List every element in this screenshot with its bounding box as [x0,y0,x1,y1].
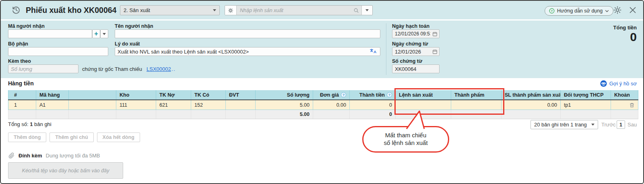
delete-row-icon[interactable] [629,102,635,108]
cell-warehouse[interactable]: 111 [116,100,156,110]
pagination-next[interactable]: Sau [627,122,637,128]
col-header-finished-product[interactable]: Thành phẩm [451,90,502,100]
attachment-size-hint: Dung lượng tối đa 5MB [46,153,100,159]
translate-icon[interactable]: A [369,48,377,56]
document-number-label: Số chứng từ [392,58,422,64]
department-input[interactable] [8,47,108,56]
col-header-amount-label: Thành tiền [359,92,385,98]
receiver-code-input[interactable] [8,29,92,38]
department-label: Bộ phận [8,41,28,47]
col-header-quantity[interactable]: Số lượng [256,90,313,100]
record-count-text: Tổng số: 1 bản ghi [8,121,52,127]
record-count-value: 1 [30,121,33,127]
attached-docs-quantity-input[interactable] [8,64,78,73]
col-header-cost-object[interactable]: Đối tượng THCP [561,90,611,100]
cell-debit-account[interactable]: 621 [156,100,191,110]
col-header-expense-item[interactable]: Khoản [611,90,638,100]
question-icon[interactable] [341,92,346,97]
page-size-value: 20 bản ghi trên 1 trang [534,122,587,128]
page-title: Phiếu xuất kho XK00064 [26,1,116,19]
add-receiver-button[interactable] [92,29,100,38]
col-header-unit-price-label: Đơn giá [320,92,339,98]
file-dropzone[interactable]: Kéo/thả tệp vào đây hoặc bấm vào đây [8,162,123,179]
voucher-type-select[interactable]: 2. Sản xuất [120,5,220,15]
annotation-callout: Mất tham chiếu số lệnh sản xuất [362,126,449,153]
document-date-field [392,47,440,56]
document-suggestion-link[interactable]: Gợi ý hồ sơ [600,80,637,87]
chevron-down-icon [213,9,216,11]
col-header-amount[interactable]: Thành tiền [350,90,396,100]
cell-unit-price[interactable]: 0.00 [313,100,350,110]
cell-blank[interactable] [69,100,116,110]
annotation-callout-line2: số lệnh sản xuất [384,139,427,147]
form-divider [386,23,386,75]
col-header-finished-qty[interactable]: SL thành phẩm sản xuất [502,90,561,100]
cell-expense-item [611,100,638,110]
clear-rows-button[interactable]: Xóa hết dòng [97,132,140,142]
add-note-button[interactable]: Thêm ghi chú [50,132,93,142]
chevron-down-icon [103,33,106,35]
cell-item-code[interactable]: A1 [36,100,69,110]
cell-credit-account[interactable]: 152 [191,100,226,110]
search-settings-button[interactable] [225,6,237,15]
search-dropdown-button[interactable] [362,6,372,15]
history-icon[interactable] [11,5,21,15]
cell-production-order[interactable] [396,100,451,110]
user-guide-button[interactable]: ? Hướng dẫn sử dụng [545,6,613,16]
search-icon[interactable] [351,6,362,15]
export-slip-window: Phiếu xuất kho XK00064 2. Sản xuất ? Hướ… [0,0,644,184]
grid-actions: Thêm dòng Thêm ghi chú Xóa hết dòng [8,132,140,142]
production-order-search-input[interactable] [237,6,351,15]
question-icon[interactable] [387,92,392,97]
receiver-name-input[interactable] [115,29,380,38]
items-table: # Mã hàng Kho TK Nợ TK Có ĐVT Số lượng Đ… [8,90,638,119]
voucher-type-value: 2. Sản xuất [124,7,150,13]
col-header-unit-price[interactable]: Đơn giá [313,90,350,100]
col-header-debit-account[interactable]: TK Nợ [156,90,191,100]
table-footer-row: 5.00 0 [8,110,638,119]
reference-link[interactable]: LSX00002 [147,66,171,72]
grid-section-title: Hàng tiền [8,80,34,87]
pagination-current-page[interactable]: 1 [617,120,625,129]
document-number-input[interactable] [392,64,440,73]
attachment-label: Đính kèm [19,153,42,159]
original-docs-text: chứng từ gốc [82,66,113,72]
col-header-production-order[interactable]: Lệnh sản xuất [396,90,451,100]
chevron-down-icon [365,9,369,11]
col-header-index[interactable]: # [8,90,36,100]
production-order-search-group [225,5,373,15]
cell-cost-object[interactable]: tp1 [561,100,611,110]
add-row-button[interactable]: Thêm dòng [8,132,46,142]
col-header-item-code[interactable]: Mã hàng [36,90,69,100]
cell-amount[interactable]: 0 [350,100,396,110]
document-suggestion-label: Gợi ý hồ sơ [609,81,637,87]
col-header-blank[interactable] [69,90,116,100]
document-date-label: Ngày chứng từ [392,41,428,47]
col-header-credit-account[interactable]: TK Có [191,90,226,100]
close-icon[interactable] [628,6,637,14]
table-row[interactable]: 1 A1 111 621 152 5.00 0.00 0 0.00 tp1 [8,100,638,110]
calendar-icon[interactable] [432,49,438,56]
col-header-unit[interactable]: ĐVT [226,90,256,100]
cell-unit[interactable] [226,100,256,110]
export-reason-label: Lý do xuất [115,41,140,47]
pagination-prev[interactable]: Trước [601,122,616,128]
record-count-suffix: bản ghi [34,121,52,127]
total-amount-label: Tổng tiền [613,25,637,31]
cell-index: 1 [8,100,36,110]
attachment-header: Đính kèm Dung lượng tối đa 5MB [8,152,100,159]
cell-quantity[interactable]: 5.00 [256,100,313,110]
chevron-down-icon [605,10,609,12]
total-amount-value: 0 [630,30,637,44]
calendar-icon[interactable] [432,31,438,38]
export-reason-input[interactable] [115,47,380,56]
posting-date-label: Ngày hạch toán [392,23,429,29]
col-header-warehouse[interactable]: Kho [116,90,156,100]
cell-finished-product[interactable] [451,100,502,110]
reference-more-link[interactable]: ... [170,66,175,72]
page-size-select[interactable]: 20 bản ghi trên 1 trang [530,120,598,129]
help-circle-icon: ? [549,8,555,14]
receiver-dropdown-button[interactable] [100,29,108,38]
settings-gear-icon[interactable] [613,6,622,14]
cell-finished-qty[interactable]: 0.00 [502,100,561,110]
